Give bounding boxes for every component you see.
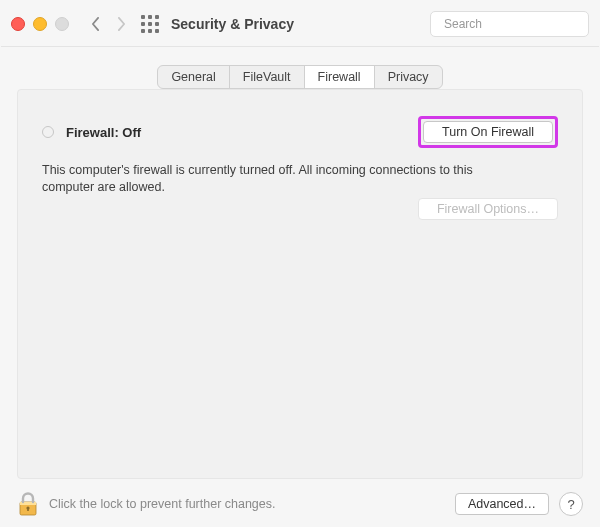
tab-firewall[interactable]: Firewall: [305, 66, 375, 88]
lock-icon[interactable]: [17, 491, 39, 517]
minimize-window-icon[interactable]: [33, 17, 47, 31]
firewall-status-label: Firewall: Off: [66, 125, 141, 140]
svg-rect-3: [27, 508, 29, 511]
search-box[interactable]: [430, 11, 589, 37]
advanced-button[interactable]: Advanced…: [455, 493, 549, 515]
turn-on-firewall-button[interactable]: Turn On Firewall: [423, 121, 553, 143]
firewall-options-button: Firewall Options…: [418, 198, 558, 220]
back-button[interactable]: [85, 14, 105, 34]
tab-filevault[interactable]: FileVault: [230, 66, 305, 88]
security-privacy-window: Security & Privacy General FileVault Fir…: [0, 0, 600, 527]
firewall-status-row: Firewall: Off Turn On Firewall: [42, 116, 558, 148]
tabbar: General FileVault Firewall Privacy: [1, 65, 599, 89]
titlebar: Security & Privacy: [1, 1, 599, 47]
lock-description: Click the lock to prevent further change…: [49, 497, 455, 511]
firewall-description: This computer's firewall is currently tu…: [42, 162, 502, 196]
firewall-panel: Firewall: Off Turn On Firewall This comp…: [17, 89, 583, 479]
help-button[interactable]: ?: [559, 492, 583, 516]
tab-segment: General FileVault Firewall Privacy: [157, 65, 442, 89]
forward-button[interactable]: [111, 14, 131, 34]
tab-general[interactable]: General: [158, 66, 229, 88]
close-window-icon[interactable]: [11, 17, 25, 31]
zoom-window-icon: [55, 17, 69, 31]
show-all-preferences-icon[interactable]: [141, 15, 159, 33]
firewall-status-indicator-icon: [42, 126, 54, 138]
page-title: Security & Privacy: [171, 16, 294, 32]
search-input[interactable]: [442, 16, 596, 32]
footer: Click the lock to prevent further change…: [1, 482, 599, 526]
window-controls: [11, 17, 69, 31]
nav-arrows: [85, 14, 131, 34]
turn-on-firewall-highlight: Turn On Firewall: [418, 116, 558, 148]
tab-privacy[interactable]: Privacy: [375, 66, 442, 88]
